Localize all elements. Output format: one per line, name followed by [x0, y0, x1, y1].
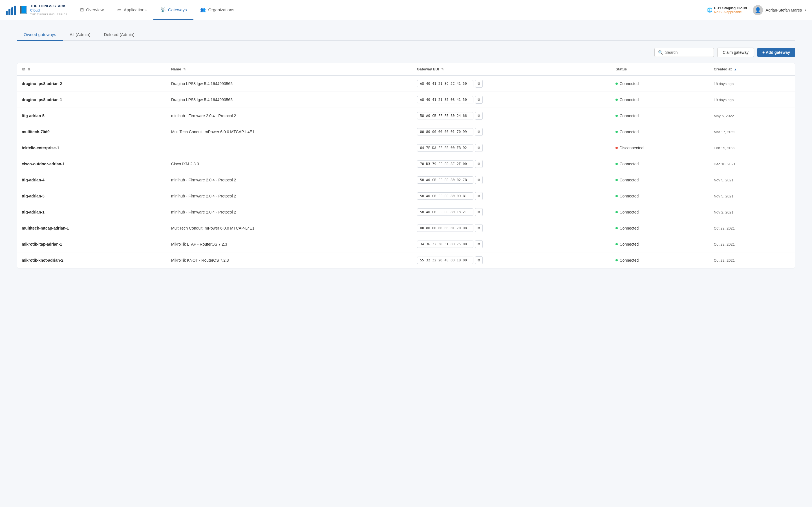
- gateway-id: multitech-70d9: [17, 124, 167, 140]
- copy-eui-button[interactable]: ⧉: [475, 112, 483, 120]
- created-at: 18 days ago: [709, 75, 795, 92]
- status-label: Connected: [619, 114, 639, 118]
- main-nav: ⊞ Overview ▭ Applications 📡 Gateways 👥 O…: [73, 0, 701, 20]
- table-row[interactable]: mikrotik-ltap-adrian-1 MikroTik LTAP - R…: [17, 236, 795, 252]
- copy-eui-button[interactable]: ⧉: [475, 192, 483, 200]
- applications-icon: ▭: [117, 7, 121, 12]
- copy-eui-button[interactable]: ⧉: [475, 128, 483, 136]
- gateway-name: minihub - Firmware 2.0.4 - Protocol 2: [167, 172, 412, 188]
- table-row[interactable]: dragino-lps8-adrian-1 Dragino LPS8 lgw-5…: [17, 92, 795, 108]
- gateway-name: minihub - Firmware 2.0.4 - Protocol 2: [167, 188, 412, 204]
- table-row[interactable]: mikrotik-knot-adrian-2 MikroTik KNOT - R…: [17, 252, 795, 269]
- gateways-table: ID ⇅ Name ⇅ Gateway EUI ⇅ Status: [17, 63, 795, 269]
- header-right: 🌐 EU1 Staging Cloud No SLA applicable 👤 …: [701, 0, 812, 20]
- copy-eui-button[interactable]: ⧉: [475, 256, 483, 264]
- copy-eui-button[interactable]: ⧉: [475, 224, 483, 232]
- gateway-id: ttig-adrian-5: [17, 108, 167, 124]
- col-name[interactable]: Name ⇅: [167, 63, 412, 75]
- gateway-name: minihub - Firmware 2.0.4 - Protocol 2: [167, 204, 412, 220]
- table-body: dragino-lps8-adrian-2 Dragino LPS8 lgw-5…: [17, 75, 795, 268]
- table-row[interactable]: ttig-adrian-4 minihub - Firmware 2.0.4 -…: [17, 172, 795, 188]
- sort-icon-created: ▲: [734, 68, 737, 71]
- status-dot: [615, 99, 618, 101]
- eui-input: 58 A0 CB FF FE 80 24 66: [417, 112, 473, 119]
- table-row[interactable]: multitech-70d9 MultiTech Conduit: mPower…: [17, 124, 795, 140]
- gateway-status: Connected: [611, 188, 709, 204]
- username: Adrian-Stefan Mares: [766, 8, 802, 12]
- col-eui[interactable]: Gateway EUI ⇅: [412, 63, 611, 75]
- header: 📘 THE THINGS STACK Cloud THE THINGS INDU…: [0, 0, 812, 20]
- table-row[interactable]: tektelic-enterprise-1 64 7F DA FF FE 00 …: [17, 140, 795, 156]
- copy-eui-button[interactable]: ⧉: [475, 208, 483, 216]
- created-at: Nov 5, 2021: [709, 188, 795, 204]
- eui-input: 00 80 00 00 00 01 70 D9: [417, 128, 473, 135]
- user-section[interactable]: 👤 Adrian-Stefan Mares ▾: [753, 5, 806, 15]
- nav-item-overview[interactable]: ⊞ Overview: [73, 0, 110, 20]
- tab-owned[interactable]: Owned gateways: [17, 29, 63, 41]
- tab-all[interactable]: All (Admin): [63, 29, 97, 41]
- status-dot: [615, 195, 618, 197]
- created-at: Oct 22, 2021: [709, 252, 795, 269]
- gateway-eui: 70 D3 79 FF FE 8E 2F 00 ⧉: [412, 156, 611, 172]
- copy-eui-button[interactable]: ⧉: [475, 160, 483, 168]
- gateway-status: Connected: [611, 156, 709, 172]
- copy-eui-button[interactable]: ⧉: [475, 144, 483, 152]
- eui-input: A8 40 41 21 8C 3C 41 50: [417, 80, 473, 87]
- col-id[interactable]: ID ⇅: [17, 63, 167, 75]
- eui-input: 00 80 00 00 00 01 70 D8: [417, 224, 473, 232]
- gateway-status: Connected: [611, 172, 709, 188]
- table-row[interactable]: multitech-mtcap-adrian-1 MultiTech Condu…: [17, 220, 795, 236]
- brand-name: THE THINGS STACK: [30, 4, 67, 8]
- table-row[interactable]: ttig-adrian-1 minihub - Firmware 2.0.4 -…: [17, 204, 795, 220]
- globe-icon: 🌐: [707, 7, 712, 13]
- col-created-at[interactable]: Created at ▲: [709, 63, 795, 75]
- table-row[interactable]: cisco-outdoor-adrian-1 Cisco IXM 2.3.0 7…: [17, 156, 795, 172]
- eui-input: A8 40 41 21 85 08 41 50: [417, 96, 473, 103]
- dropdown-arrow-icon: ▾: [805, 8, 806, 12]
- gateway-name: [167, 140, 412, 156]
- status-label: Connected: [619, 226, 639, 230]
- gateway-status: Connected: [611, 108, 709, 124]
- nav-item-applications[interactable]: ▭ Applications: [110, 0, 153, 20]
- search-box[interactable]: 🔍: [654, 48, 714, 57]
- status-label: Disconnected: [619, 146, 644, 150]
- env-sla: No SLA applicable: [714, 10, 747, 14]
- nav-label-gateways: Gateways: [168, 7, 187, 12]
- copy-eui-button[interactable]: ⧉: [475, 80, 483, 88]
- gateway-id: mikrotik-knot-adrian-2: [17, 252, 167, 269]
- copy-eui-button[interactable]: ⧉: [475, 176, 483, 184]
- things-industries-label: THE THINGS INDUSTRIES: [30, 13, 67, 16]
- table-row[interactable]: ttig-adrian-5 minihub - Firmware 2.0.4 -…: [17, 108, 795, 124]
- gateway-id: ttig-adrian-1: [17, 204, 167, 220]
- status-label: Connected: [619, 258, 639, 263]
- env-name: EU1 Staging Cloud: [714, 6, 747, 10]
- gateways-icon: 📡: [160, 7, 166, 12]
- main-content: Owned gateways All (Admin) Deleted (Admi…: [0, 20, 812, 277]
- eui-input: 58 A0 CB FF FE 80 13 21: [417, 209, 473, 216]
- created-at: Mar 17, 2022: [709, 124, 795, 140]
- table-row[interactable]: dragino-lps8-adrian-2 Dragino LPS8 lgw-5…: [17, 75, 795, 92]
- toolbar: 🔍 Claim gateway + Add gateway: [17, 48, 795, 57]
- nav-item-gateways[interactable]: 📡 Gateways: [153, 0, 194, 20]
- avatar: 👤: [753, 5, 763, 15]
- claim-gateway-button[interactable]: Claim gateway: [717, 48, 754, 57]
- copy-eui-button[interactable]: ⧉: [475, 96, 483, 104]
- gateway-status: Disconnected: [611, 140, 709, 156]
- tab-deleted[interactable]: Deleted (Admin): [97, 29, 141, 41]
- copy-eui-button[interactable]: ⧉: [475, 240, 483, 248]
- gateway-id: dragino-lps8-adrian-1: [17, 92, 167, 108]
- gateway-id: ttig-adrian-4: [17, 172, 167, 188]
- gateway-status: Connected: [611, 252, 709, 269]
- col-status-label: Status: [615, 67, 627, 71]
- search-input[interactable]: [665, 50, 710, 55]
- gateway-eui: 00 80 00 00 00 01 70 D9 ⧉: [412, 124, 611, 140]
- gateway-name: Dragino LPS8 lgw-5.4.1644990565: [167, 75, 412, 92]
- brand-sub: Cloud: [30, 8, 67, 12]
- add-gateway-button[interactable]: + Add gateway: [757, 48, 795, 57]
- table-row[interactable]: ttig-adrian-3 minihub - Firmware 2.0.4 -…: [17, 188, 795, 204]
- nav-item-organizations[interactable]: 👥 Organizations: [193, 0, 241, 20]
- status-label: Connected: [619, 98, 639, 102]
- status-dot: [615, 147, 618, 149]
- gateway-eui: 58 A0 CB FF FE 80 0D B1 ⧉: [412, 188, 611, 204]
- gateway-id: mikrotik-ltap-adrian-1: [17, 236, 167, 252]
